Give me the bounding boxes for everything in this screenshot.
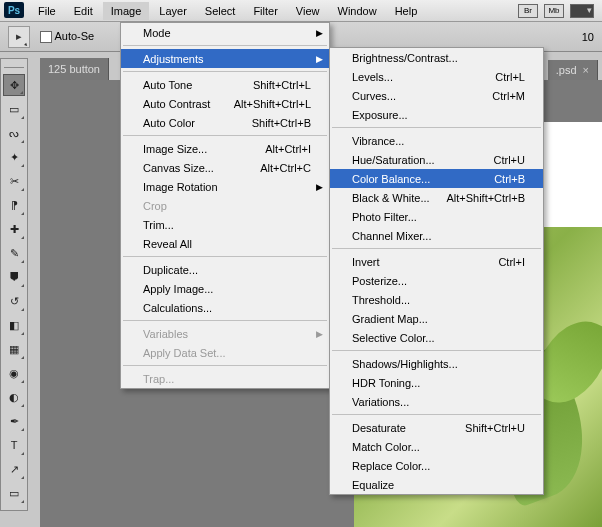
menuitem-desaturate[interactable]: DesaturateShift+Ctrl+U <box>330 418 543 437</box>
menuitem-adjustments[interactable]: Adjustments▶ <box>121 49 329 68</box>
shortcut-label: Ctrl+M <box>492 90 525 102</box>
menuitem-hdr-toning[interactable]: HDR Toning... <box>330 373 543 392</box>
menuitem-label: Calculations... <box>143 302 212 314</box>
menuitem-calculations[interactable]: Calculations... <box>121 298 329 317</box>
menuitem-black-white[interactable]: Black & White...Alt+Shift+Ctrl+B <box>330 188 543 207</box>
document-tab[interactable]: .psd × <box>548 60 598 80</box>
menuitem-hue-saturation[interactable]: Hue/Saturation...Ctrl+U <box>330 150 543 169</box>
move-tool[interactable]: ✥ <box>3 74 25 96</box>
menuitem-label: Mode <box>143 27 171 39</box>
menuitem-trim[interactable]: Trim... <box>121 215 329 234</box>
marquee-tool[interactable]: ▭ <box>3 98 25 120</box>
menu-help[interactable]: Help <box>387 2 426 20</box>
menuitem-replace-color[interactable]: Replace Color... <box>330 456 543 475</box>
menuitem-posterize[interactable]: Posterize... <box>330 271 543 290</box>
shape-tool[interactable]: ▭ <box>3 482 25 504</box>
tab-label: 125 button <box>48 63 100 75</box>
shortcut-label: Alt+Ctrl+C <box>260 162 311 174</box>
menuitem-label: Adjustments <box>143 53 204 65</box>
menuitem-curves[interactable]: Curves...Ctrl+M <box>330 86 543 105</box>
menuitem-label: Equalize <box>352 479 394 491</box>
menuitem-auto-color[interactable]: Auto ColorShift+Ctrl+B <box>121 113 329 132</box>
menuitem-auto-tone[interactable]: Auto ToneShift+Ctrl+L <box>121 75 329 94</box>
tool-preset-icon[interactable] <box>8 26 30 48</box>
dodge-tool[interactable]: ◐ <box>3 386 25 408</box>
menuitem-label: Threshold... <box>352 294 410 306</box>
menuitem-label: Posterize... <box>352 275 407 287</box>
menuitem-image-rotation[interactable]: Image Rotation▶ <box>121 177 329 196</box>
menuitem-vibrance[interactable]: Vibrance... <box>330 131 543 150</box>
menuitem-label: Auto Contrast <box>143 98 210 110</box>
menuitem-match-color[interactable]: Match Color... <box>330 437 543 456</box>
menuitem-label: Vibrance... <box>352 135 404 147</box>
menuitem-mode[interactable]: Mode▶ <box>121 23 329 42</box>
menuitem-channel-mixer[interactable]: Channel Mixer... <box>330 226 543 245</box>
menuitem-label: Crop <box>143 200 167 212</box>
menuitem-brightness-contrast[interactable]: Brightness/Contrast... <box>330 48 543 67</box>
adjustments-submenu: Brightness/Contrast...Levels...Ctrl+LCur… <box>329 47 544 495</box>
menuitem-photo-filter[interactable]: Photo Filter... <box>330 207 543 226</box>
close-icon[interactable]: × <box>583 64 589 76</box>
menuitem-label: Desaturate <box>352 422 406 434</box>
pen-tool[interactable]: ✒ <box>3 410 25 432</box>
menuitem-image-size[interactable]: Image Size...Alt+Ctrl+I <box>121 139 329 158</box>
crop-tool[interactable]: ✂ <box>3 170 25 192</box>
menu-select[interactable]: Select <box>197 2 244 20</box>
menuitem-invert[interactable]: InvertCtrl+I <box>330 252 543 271</box>
blur-tool[interactable]: ◉ <box>3 362 25 384</box>
stamp-tool[interactable]: ⛊ <box>3 266 25 288</box>
menu-image[interactable]: Image <box>103 2 150 20</box>
menu-filter[interactable]: Filter <box>245 2 285 20</box>
menuitem-gradient-map[interactable]: Gradient Map... <box>330 309 543 328</box>
type-tool[interactable]: T <box>3 434 25 456</box>
menuitem-apply-image[interactable]: Apply Image... <box>121 279 329 298</box>
menu-edit[interactable]: Edit <box>66 2 101 20</box>
shortcut-label: Ctrl+U <box>494 154 525 166</box>
menuitem-exposure[interactable]: Exposure... <box>330 105 543 124</box>
image-menu: Mode▶Adjustments▶Auto ToneShift+Ctrl+LAu… <box>120 22 330 389</box>
shortcut-label: Ctrl+L <box>495 71 525 83</box>
submenu-arrow-icon: ▶ <box>316 329 323 339</box>
menuitem-label: Exposure... <box>352 109 408 121</box>
eyedrop-tool[interactable]: ⁋ <box>3 194 25 216</box>
auto-select-checkbox[interactable]: Auto-Se <box>40 30 94 43</box>
menuitem-label: Hue/Saturation... <box>352 154 435 166</box>
wand-tool[interactable]: ✦ <box>3 146 25 168</box>
menuitem-color-balance[interactable]: Color Balance...Ctrl+B <box>330 169 543 188</box>
menuitem-levels[interactable]: Levels...Ctrl+L <box>330 67 543 86</box>
menuitem-variables: Variables▶ <box>121 324 329 343</box>
menu-layer[interactable]: Layer <box>151 2 195 20</box>
menu-window[interactable]: Window <box>330 2 385 20</box>
menuitem-label: Variables <box>143 328 188 340</box>
brush-tool[interactable]: ✎ <box>3 242 25 264</box>
menuitem-variations[interactable]: Variations... <box>330 392 543 411</box>
menuitem-label: HDR Toning... <box>352 377 420 389</box>
menuitem-threshold[interactable]: Threshold... <box>330 290 543 309</box>
eraser-tool[interactable]: ◧ <box>3 314 25 336</box>
shortcut-label: Shift+Ctrl+U <box>465 422 525 434</box>
menuitem-reveal-all[interactable]: Reveal All <box>121 234 329 253</box>
gradient-tool[interactable]: ▦ <box>3 338 25 360</box>
menu-view[interactable]: View <box>288 2 328 20</box>
minibridge-button[interactable]: Mb <box>544 4 564 18</box>
menuitem-canvas-size[interactable]: Canvas Size...Alt+Ctrl+C <box>121 158 329 177</box>
screen-mode-dropdown[interactable] <box>570 4 594 18</box>
menuitem-shadows-highlights[interactable]: Shadows/Highlights... <box>330 354 543 373</box>
shortcut-label: Alt+Ctrl+I <box>265 143 311 155</box>
menuitem-label: Black & White... <box>352 192 430 204</box>
history-tool[interactable]: ↺ <box>3 290 25 312</box>
menuitem-label: Image Size... <box>143 143 207 155</box>
menu-file[interactable]: File <box>30 2 64 20</box>
menuitem-selective-color[interactable]: Selective Color... <box>330 328 543 347</box>
path-tool[interactable]: ↗ <box>3 458 25 480</box>
menuitem-trap: Trap... <box>121 369 329 388</box>
lasso-tool[interactable]: ᔓ <box>3 122 25 144</box>
menuitem-duplicate[interactable]: Duplicate... <box>121 260 329 279</box>
document-tab[interactable]: 125 button <box>40 58 109 80</box>
submenu-arrow-icon: ▶ <box>316 54 323 64</box>
menuitem-auto-contrast[interactable]: Auto ContrastAlt+Shift+Ctrl+L <box>121 94 329 113</box>
menuitem-equalize[interactable]: Equalize <box>330 475 543 494</box>
bridge-button[interactable]: Br <box>518 4 538 18</box>
menuitem-label: Reveal All <box>143 238 192 250</box>
heal-tool[interactable]: ✚ <box>3 218 25 240</box>
